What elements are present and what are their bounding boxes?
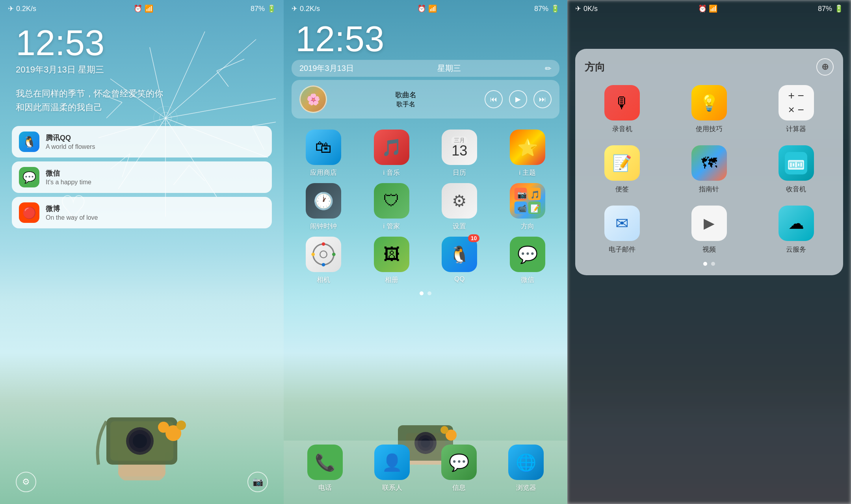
dock-browser[interactable]: 🌐 浏览器 bbox=[508, 445, 544, 492]
home-time: 12:53 bbox=[284, 17, 567, 57]
folder-label-calc: 计算器 bbox=[786, 124, 806, 133]
home-weekday: 星期三 bbox=[437, 63, 461, 74]
app-label-qq: QQ bbox=[454, 275, 465, 283]
folder-label-notes: 便签 bbox=[615, 185, 629, 194]
notif-qq[interactable]: 🐧 腾讯QQ A world of flowers bbox=[12, 126, 272, 158]
app-label-gallery: 相册 bbox=[385, 275, 398, 284]
folder-header: 方向 ⊕ bbox=[585, 58, 834, 76]
folder-add-button[interactable]: ⊕ bbox=[816, 58, 834, 76]
app-icon-iguanjia: 🛡 bbox=[374, 183, 409, 219]
app-icon-appstore: 🛍 bbox=[306, 130, 341, 165]
svg-text:📷: 📷 bbox=[517, 190, 527, 199]
notif-msg-wechat: It's a happy time bbox=[46, 179, 265, 186]
folder-app-notes[interactable]: 📝 便签 bbox=[585, 145, 660, 194]
speed-home: 0.2K/s bbox=[300, 5, 320, 13]
notif-wechat[interactable]: 💬 微信 It's a happy time bbox=[12, 161, 272, 193]
notif-weibo[interactable]: 🔴 微博 On the way of love bbox=[12, 197, 272, 228]
app-label-appstore: 应用商店 bbox=[310, 168, 337, 177]
app-label-wechat: 微信 bbox=[521, 275, 534, 284]
app-iguanjia[interactable]: 🛡 i 管家 bbox=[360, 183, 424, 231]
svg-point-45 bbox=[312, 253, 315, 256]
dock-contacts[interactable]: 👤 联系人 bbox=[374, 445, 410, 492]
status-right-home: 87% 🔋 bbox=[534, 4, 559, 13]
app-wechat[interactable]: 💬 微信 bbox=[496, 237, 560, 284]
folder-icon-email: ✉ bbox=[604, 206, 640, 241]
lock-date: 2019年3月13日 星期三 bbox=[0, 61, 284, 79]
svg-point-40 bbox=[313, 244, 334, 265]
status-bar-home: ✈ 0.2K/s ⏰ 📶 87% 🔋 bbox=[284, 0, 567, 17]
music-widget[interactable]: 🌸 歌曲名 歌手名 ⏮ ▶ ⏭ bbox=[292, 80, 559, 119]
app-icon-camera bbox=[306, 237, 341, 272]
app-appstore[interactable]: 🛍 应用商店 bbox=[292, 130, 356, 177]
app-icon-settings: ⚙ bbox=[442, 183, 477, 219]
prev-button[interactable]: ⏮ bbox=[485, 90, 503, 108]
flight-icon-folder: ✈ bbox=[575, 4, 581, 13]
lock-bottom-icons: ⚙ 📷 bbox=[0, 472, 284, 492]
flight-icon-home: ✈ bbox=[292, 4, 297, 13]
folder-label-video: 视频 bbox=[702, 245, 716, 254]
status-right-folder: 87% 🔋 bbox=[818, 4, 843, 13]
battery-icon-folder: 🔋 bbox=[834, 4, 843, 13]
app-icon-wechat: 💬 bbox=[510, 237, 545, 272]
app-icon-clock: 🕐 bbox=[306, 183, 341, 219]
app-qq[interactable]: 🐧 10 QQ bbox=[427, 237, 492, 284]
app-settings[interactable]: ⚙ 设置 bbox=[427, 183, 492, 231]
app-icon-qq: 🐧 10 bbox=[442, 237, 477, 272]
app-clock[interactable]: 🕐 闹钟时钟 bbox=[292, 183, 356, 231]
svg-text:🎵: 🎵 bbox=[530, 190, 540, 199]
dock-label-contacts: 联系人 bbox=[382, 483, 402, 492]
app-theme[interactable]: ⭐ i 主题 bbox=[496, 130, 560, 177]
notif-text-qq: 腾讯QQ A world of flowers bbox=[46, 133, 265, 150]
svg-point-53 bbox=[440, 426, 448, 434]
dock-label-message: 信息 bbox=[452, 483, 466, 492]
camera-icon[interactable]: 📷 bbox=[247, 472, 268, 492]
notif-msg-qq: A world of flowers bbox=[46, 143, 265, 150]
folder-icon-compass: 🗺 bbox=[691, 145, 727, 181]
folder-app-radio[interactable]: 收音机 bbox=[758, 145, 834, 194]
status-bar-folder: ✈ 0K/s ⏰ 📶 87% 🔋 bbox=[567, 0, 851, 17]
edit-icon[interactable]: ✏ bbox=[545, 64, 552, 73]
status-center: ⏰ 📶 bbox=[134, 4, 153, 13]
app-label-music: i 音乐 bbox=[383, 168, 400, 177]
notif-text-weibo: 微博 On the way of love bbox=[46, 204, 265, 221]
folder-icon-notes: 📝 bbox=[604, 145, 640, 181]
app-music[interactable]: 🎵 i 音乐 bbox=[360, 130, 424, 177]
music-controls: ⏮ ▶ ⏭ bbox=[485, 90, 552, 108]
dock-phone[interactable]: 📞 电话 bbox=[307, 445, 343, 492]
dock-icon-contacts: 👤 bbox=[374, 445, 410, 480]
folder-app-cloud[interactable]: ☁ 云服务 bbox=[758, 206, 834, 254]
folder-app-video[interactable]: ▶ 视频 bbox=[672, 206, 747, 254]
notif-app-weibo: 微博 bbox=[46, 204, 265, 213]
folder-app-compass[interactable]: 🗺 指南针 bbox=[672, 145, 747, 194]
svg-rect-60 bbox=[798, 163, 799, 166]
notif-text-wechat: 微信 It's a happy time bbox=[46, 169, 265, 186]
app-camera[interactable]: 相机 bbox=[292, 237, 356, 284]
svg-point-30 bbox=[158, 422, 169, 433]
folder-app-calc[interactable]: + − × − 计算器 bbox=[758, 85, 834, 133]
svg-rect-61 bbox=[801, 162, 802, 167]
lock-quote: 我总在同样的季节，怀念曾经爱笑的你 和因此而温柔的我自己 bbox=[0, 79, 284, 122]
app-calendar[interactable]: 三月 13 日历 bbox=[427, 130, 492, 177]
app-gallery[interactable]: 🖼 相册 bbox=[360, 237, 424, 284]
folder-label-tips: 使用技巧 bbox=[696, 124, 723, 133]
dock-icon-phone: 📞 bbox=[307, 445, 343, 480]
folder-label-recorder: 录音机 bbox=[612, 124, 632, 133]
app-label-fangxiang: 方向 bbox=[521, 222, 534, 231]
app-label-iguanjia: i 管家 bbox=[383, 222, 400, 231]
notif-icon-weibo: 🔴 bbox=[19, 202, 39, 223]
svg-point-42 bbox=[322, 242, 325, 246]
svg-point-28 bbox=[133, 434, 147, 448]
next-button[interactable]: ⏭ bbox=[533, 90, 552, 108]
folder-app-email[interactable]: ✉ 电子邮件 bbox=[585, 206, 660, 254]
folder-page-dots bbox=[585, 262, 834, 266]
settings-icon[interactable]: ⚙ bbox=[16, 472, 36, 492]
wifi-icon-folder: 📶 bbox=[709, 5, 717, 13]
app-label-clock: 闹钟时钟 bbox=[310, 222, 337, 231]
play-button[interactable]: ▶ bbox=[509, 90, 527, 108]
dock-icon-browser: 🌐 bbox=[508, 445, 544, 480]
app-fangxiang[interactable]: 📷 🎵 📹 📝 方向 bbox=[496, 183, 560, 231]
dock-message[interactable]: 💬 信息 bbox=[441, 445, 477, 492]
music-title: 歌曲名 bbox=[395, 90, 416, 100]
folder-app-tips[interactable]: 💡 使用技巧 bbox=[672, 85, 747, 133]
folder-app-recorder[interactable]: 🎙 录音机 bbox=[585, 85, 660, 133]
